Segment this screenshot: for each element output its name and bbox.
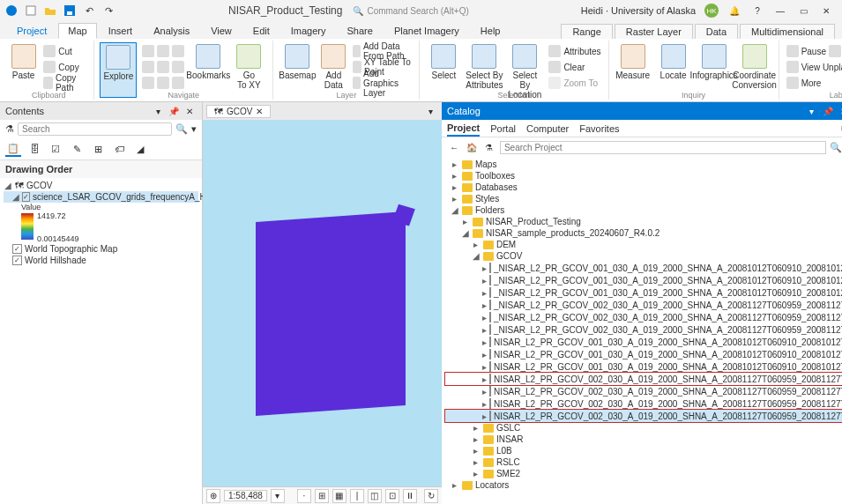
cat-file-11[interactable]: ▸NISAR_L2_PR_GCOV_002_030_A_019_2000_SHN… (445, 397, 842, 410)
catalog-dropdown-icon[interactable]: ▾ (805, 104, 819, 118)
cat-file-2[interactable]: ▸_NISAR_L2_PR_GCOV_001_030_A_019_2000_SH… (445, 286, 842, 299)
cat-folder-l0b[interactable]: ▸L0B (445, 445, 842, 456)
snapping-icon[interactable]: ⊞ (315, 489, 329, 503)
grid-icon[interactable]: ▦ (332, 489, 346, 503)
locate-button[interactable]: Locate (655, 42, 692, 98)
clear-button[interactable]: Clear (548, 60, 600, 74)
cat-folder-gcov[interactable]: ◢GCOV (445, 250, 842, 262)
cat-folder-insar[interactable]: ▸INSAR (445, 434, 842, 445)
list-labeling-icon[interactable]: 🏷 (111, 141, 127, 157)
tab-insert[interactable]: Insert (99, 23, 143, 39)
app-menu-icon[interactable] (4, 3, 19, 19)
zoom-to-button[interactable]: Zoom To (548, 76, 600, 90)
cat-file-6[interactable]: ▸NISAR_L2_PR_GCOV_001_030_A_019_2000_SHN… (445, 336, 842, 348)
copy-path-button[interactable]: Copy Path (43, 76, 86, 90)
ctx-tab-range[interactable]: Range (561, 24, 612, 39)
cat-toolboxes[interactable]: ▸Toolboxes (445, 170, 842, 182)
add-graphics-button[interactable]: Add Graphics Layer (353, 76, 412, 90)
refresh-icon[interactable]: ↻ (424, 489, 438, 503)
cat-file-7[interactable]: ▸NISAR_L2_PR_GCOV_001_030_A_019_2000_SHN… (445, 348, 842, 360)
tree-layer-topo[interactable]: ✓World Topographic Map (4, 243, 198, 255)
list-drawing-order-icon[interactable]: 📋 (5, 141, 21, 157)
catalog-search-icon[interactable]: 🔍 (830, 142, 842, 153)
tab-map[interactable]: Map (58, 23, 96, 39)
cat-maps[interactable]: ▸Maps (445, 159, 842, 170)
map-view-menu-icon[interactable]: ▾ (424, 104, 438, 118)
dynamic-text-icon[interactable]: | (350, 489, 364, 503)
more-labeling-button[interactable]: More (786, 76, 842, 90)
pane-dropdown-icon[interactable]: ▾ (151, 104, 165, 118)
infographics-button[interactable]: Infographics (696, 42, 733, 98)
cut-button[interactable]: Cut (43, 44, 86, 58)
ctx-tab-multi[interactable]: Multidimensional (740, 24, 835, 39)
search-icon[interactable]: 🔍 (175, 123, 188, 135)
cat-file-10[interactable]: ▸NISAR_L2_PR_GCOV_002_030_A_019_2000_SHN… (445, 385, 842, 397)
user-avatar[interactable]: HK (704, 4, 719, 18)
cat-file-8[interactable]: ▸NISAR_L2_PR_GCOV_001_030_A_019_2000_SHN… (445, 360, 842, 373)
cat-folder-gslc[interactable]: ▸GSLC (445, 422, 842, 434)
add-data-path-button[interactable]: Add Data From Path (353, 44, 412, 58)
cat-folder-sme2[interactable]: ▸SME2 (445, 468, 842, 479)
list-snapping-icon[interactable]: ⊞ (90, 141, 106, 157)
notifications-icon[interactable]: 🔔 (727, 4, 741, 18)
drawing-mode-icon[interactable]: ⊡ (385, 489, 399, 503)
tree-layer-gcov[interactable]: ◢✓science_LSAR_GCOV_grids_frequencyA_HHH… (4, 191, 198, 203)
list-source-icon[interactable]: 🗄 (26, 141, 42, 157)
cat-databases[interactable]: ▸Databases (445, 182, 842, 193)
catalog-tab-portal[interactable]: Portal (490, 122, 516, 136)
attributes-button[interactable]: Attributes (548, 44, 600, 58)
pause-button[interactable]: Pause Lock (786, 44, 842, 58)
catalog-tab-computer[interactable]: Computer (526, 122, 569, 136)
list-editing-icon[interactable]: ✎ (69, 141, 85, 157)
tab-edit[interactable]: Edit (243, 23, 279, 39)
tree-layer-hillshade[interactable]: ✓World Hillshade (4, 255, 198, 266)
cat-folders[interactable]: ◢Folders (445, 204, 842, 216)
goto-xy-button[interactable]: Go To XY (230, 42, 267, 98)
catalog-home-icon[interactable]: 🏠 (465, 140, 479, 154)
tree-map-root[interactable]: ◢🗺 GCOV (4, 180, 198, 191)
cat-file-5[interactable]: ▸_NISAR_L2_PR_GCOV_002_030_A_019_2000_SH… (445, 323, 842, 336)
basemap-button[interactable]: Basemap (279, 42, 316, 98)
coord-conv-button[interactable]: Coordinate Conversion (736, 42, 773, 98)
cat-file-0[interactable]: ▸_NISAR_L2_PR_GCOV_001_030_A_019_2000_SH… (445, 262, 842, 274)
explore-button[interactable]: Explore (100, 42, 137, 98)
scale-dropdown[interactable]: ▾ (271, 489, 285, 503)
paste-button[interactable]: Paste (9, 42, 38, 98)
nav-btn-2[interactable] (142, 60, 184, 74)
constraint-icon[interactable]: · (297, 489, 311, 503)
catalog-search-input[interactable] (500, 141, 826, 154)
help-icon[interactable]: ? (750, 4, 764, 18)
cat-file-12[interactable]: ▸NISAR_L2_PR_GCOV_002_030_A_019_2000_SHN… (445, 410, 842, 422)
contents-search-input[interactable] (18, 122, 172, 136)
pane-close-icon[interactable]: ✕ (183, 104, 197, 118)
tab-project[interactable]: Project (7, 23, 56, 39)
catalog-menu-icon[interactable]: ≡ (837, 122, 842, 136)
nav-btn-3[interactable] (142, 76, 184, 90)
tab-planet[interactable]: Planet Imagery (384, 23, 469, 39)
command-search[interactable]: 🔍 Command Search (Alt+Q) (353, 6, 468, 16)
copy-button[interactable]: Copy (43, 60, 86, 74)
cat-styles[interactable]: ▸Styles (445, 193, 842, 204)
catalog-back-icon[interactable]: ← (447, 140, 461, 154)
cat-folder-root[interactable]: ▸NISAR_Product_Testing (445, 216, 842, 227)
tab-view[interactable]: View (201, 23, 242, 39)
map-tab-gcov[interactable]: 🗺 GCOV ✕ (206, 105, 271, 118)
cat-file-3[interactable]: ▸_NISAR_L2_PR_GCOV_002_030_A_019_2000_SH… (445, 299, 842, 311)
cat-file-1[interactable]: ▸_NISAR_L2_PR_GCOV_001_030_A_019_2000_SH… (445, 274, 842, 286)
cat-file-4[interactable]: ▸_NISAR_L2_PR_GCOV_002_030_A_019_2000_SH… (445, 311, 842, 323)
close-icon[interactable]: ✕ (819, 4, 833, 18)
map-canvas[interactable] (203, 120, 442, 486)
save-icon[interactable] (62, 3, 78, 19)
ctx-tab-raster[interactable]: Raster Layer (615, 24, 693, 39)
cat-locators[interactable]: ▸Locators (445, 479, 842, 491)
pane-pin-icon[interactable]: 📌 (167, 104, 181, 118)
open-icon[interactable] (42, 3, 58, 19)
catalog-tab-favorites[interactable]: Favorites (579, 122, 619, 136)
catalog-pin-icon[interactable]: 📌 (821, 104, 835, 118)
catalog-tab-project[interactable]: Project (447, 121, 480, 137)
minimize-icon[interactable]: — (773, 4, 787, 18)
nav-btn[interactable]: ⊕ (206, 489, 220, 503)
tab-close-icon[interactable]: ✕ (256, 107, 263, 116)
scale-input[interactable]: 1:58,488 (224, 490, 267, 501)
search-dropdown-icon[interactable]: ▾ (191, 123, 197, 135)
